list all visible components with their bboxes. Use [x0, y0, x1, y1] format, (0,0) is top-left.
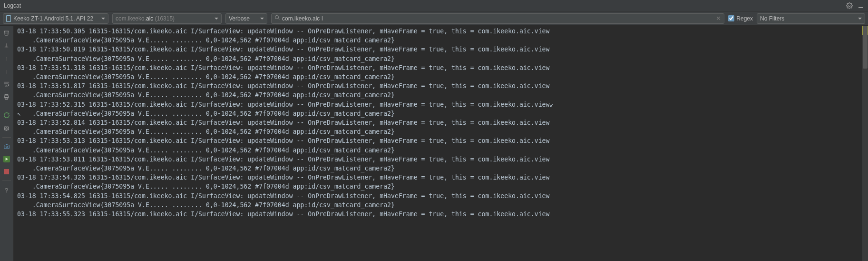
logcat-toolbar: Keeko ZT-1 Android 5.1, API 22 com.ikeek…	[0, 11, 868, 26]
search-input[interactable]	[282, 15, 716, 22]
help-icon[interactable]: ?	[3, 186, 10, 194]
header-controls	[846, 2, 864, 9]
soft-wrap-icon[interactable]	[3, 80, 10, 88]
svg-point-0	[848, 5, 850, 7]
log-level-selector[interactable]: Verbose	[225, 13, 267, 24]
logcat-body: ↑ ↓ ? 03-18 17:33:50.305 16315-16315/com…	[0, 26, 868, 261]
package-label: com.ikeeko.aic (16315)	[116, 15, 175, 22]
restart-icon[interactable]	[3, 111, 10, 119]
regex-label: Regex	[736, 15, 753, 22]
print-icon[interactable]	[3, 93, 10, 100]
panel-title: Logcat	[4, 2, 21, 9]
svg-point-2	[275, 16, 279, 19]
svg-point-12	[6, 146, 8, 148]
regex-checkbox[interactable]	[728, 15, 734, 21]
device-icon	[6, 15, 11, 22]
log-text[interactable]: 03-18 17:33:50.305 16315-16315/com.ikeek…	[13, 26, 868, 219]
filter-label: No Filters	[760, 15, 784, 22]
device-selector[interactable]: Keeko ZT-1 Android 5.1, API 22	[3, 13, 108, 24]
screen-record-icon[interactable]	[3, 156, 10, 162]
search-field[interactable]: ✕	[271, 13, 724, 24]
log-output-area[interactable]: 03-18 17:33:50.305 16315-16315/com.ikeek…	[13, 26, 868, 261]
clear-search-icon[interactable]: ✕	[716, 15, 721, 22]
svg-marker-13	[5, 158, 8, 161]
gear-icon[interactable]	[846, 2, 853, 9]
log-scrollbar[interactable]	[862, 26, 868, 261]
package-selector[interactable]: com.ikeeko.aic (16315)	[112, 13, 222, 24]
gutter-separator	[2, 106, 11, 106]
minimize-icon[interactable]	[858, 2, 864, 9]
panel-header: Logcat	[0, 0, 868, 11]
trash-icon[interactable]	[3, 29, 10, 36]
svg-rect-14	[4, 169, 9, 174]
svg-rect-1	[858, 7, 863, 8]
filter-selector[interactable]: No Filters	[757, 13, 865, 24]
svg-line-3	[278, 19, 280, 20]
screenshot-icon[interactable]	[3, 143, 10, 151]
device-label: Keeko ZT-1 Android 5.1, API 22	[13, 15, 93, 22]
stop-icon[interactable]	[3, 168, 10, 175]
scrollbar-thumb[interactable]	[863, 26, 868, 69]
gutter-separator-2	[2, 137, 11, 138]
gutter-gear-icon[interactable]	[3, 124, 10, 132]
logcat-gutter: ↑ ↓ ?	[0, 26, 13, 261]
down-icon[interactable]: ↓	[3, 67, 10, 75]
svg-point-10	[6, 127, 7, 129]
log-level-label: Verbose	[229, 15, 250, 22]
search-icon	[274, 15, 280, 22]
svg-rect-11	[4, 145, 9, 149]
gutter-separator-3	[2, 181, 11, 181]
regex-toggle[interactable]: Regex	[728, 15, 753, 22]
scroll-end-icon[interactable]	[3, 41, 10, 49]
up-icon[interactable]: ↑	[3, 54, 10, 62]
